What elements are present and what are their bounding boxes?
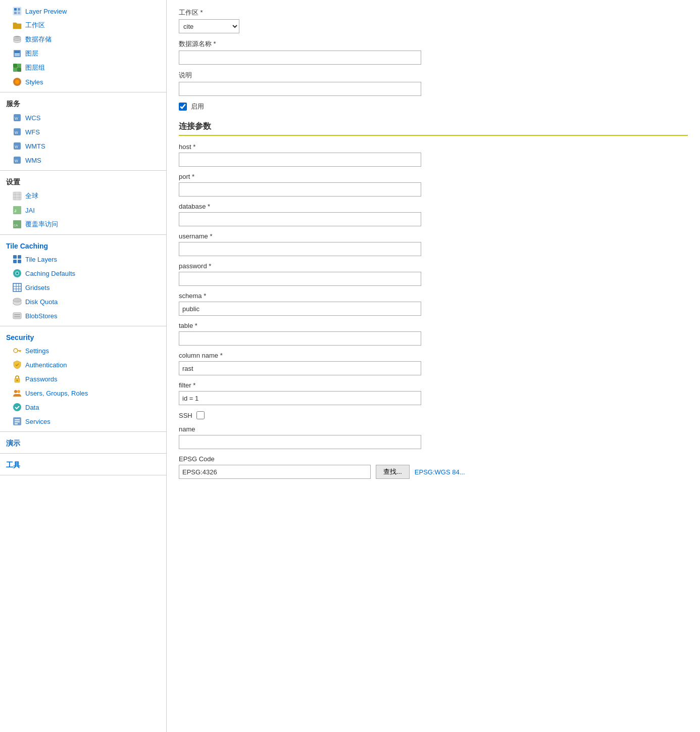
svg-rect-2: [18, 8, 20, 11]
ssh-checkbox[interactable]: [196, 411, 205, 419]
svg-rect-13: [17, 68, 21, 72]
ssh-row: SSH: [179, 411, 688, 419]
sidebar-item-layers[interactable]: 图层: [0, 46, 166, 61]
epsg-link[interactable]: EPSG:WGS 84...: [415, 468, 465, 476]
services-sec-icon: [12, 416, 22, 426]
sidebar-item-label: BlobStores: [25, 312, 58, 320]
svg-rect-60: [15, 419, 20, 420]
sidebar-item-wms[interactable]: W WMS: [0, 153, 166, 167]
epsgcode-input[interactable]: [179, 465, 371, 479]
epsgcode-label: EPSG Code: [179, 455, 688, 463]
svg-point-39: [16, 272, 18, 274]
sidebar-item-layer-preview[interactable]: Layer Preview: [0, 4, 166, 18]
password-input[interactable]: [179, 272, 421, 286]
sidebar-item-label: Styles: [25, 78, 43, 86]
sidebar-item-styles[interactable]: Styles: [0, 75, 166, 89]
sidebar-item-jai[interactable]: J JAI: [0, 203, 166, 217]
sidebar-item-services[interactable]: Services: [0, 414, 166, 428]
sidebar-item-sec-settings[interactable]: Settings: [0, 344, 166, 358]
table-input[interactable]: [179, 331, 421, 346]
host-input[interactable]: [179, 153, 421, 167]
layergroup-icon: [12, 63, 22, 73]
services-section-label: 服务: [0, 95, 166, 111]
username-label: username *: [179, 232, 688, 240]
svg-rect-36: [18, 260, 21, 263]
sidebar-item-label: Services: [25, 418, 51, 425]
sidebar-item-label: 图层: [25, 49, 38, 58]
description-label: 说明: [179, 71, 688, 80]
name-input[interactable]: [179, 435, 421, 449]
host-label: host *: [179, 143, 688, 151]
datasource-input[interactable]: [179, 51, 421, 65]
sidebar-item-authentication[interactable]: Authentication: [0, 358, 166, 372]
name-label: name: [179, 425, 688, 433]
table-label: table *: [179, 322, 688, 329]
svg-text:CA: CA: [14, 224, 18, 227]
svg-rect-48: [14, 314, 20, 315]
jai-icon: J: [12, 205, 22, 215]
description-row: 说明: [179, 71, 688, 96]
filter-input[interactable]: [179, 391, 421, 405]
wfs-icon: W: [12, 127, 22, 137]
sidebar-item-passwords[interactable]: Passwords: [0, 372, 166, 386]
sidebar-item-label: Disk Quota: [25, 298, 58, 306]
filter-label: filter *: [179, 381, 688, 389]
sidebar-item-global[interactable]: 全球: [0, 189, 166, 203]
sidebar-item-label: Users, Groups, Roles: [25, 389, 88, 397]
sidebar-item-label: 图层组: [25, 63, 45, 72]
description-input[interactable]: [179, 82, 421, 96]
sidebar-item-diskquota[interactable]: Disk Quota: [0, 295, 166, 309]
database-label: database *: [179, 203, 688, 210]
svg-rect-9: [15, 51, 20, 53]
disk-icon: [12, 297, 22, 307]
connection-section: host * port * database * username * pass…: [179, 143, 688, 479]
find-button[interactable]: 查找...: [376, 465, 410, 479]
sidebar-item-layergroups[interactable]: 图层组: [0, 61, 166, 75]
workspace-row: 工作区 * cite: [179, 8, 688, 33]
schema-input[interactable]: [179, 302, 421, 316]
name-row: name: [179, 425, 688, 449]
sidebar-item-blobstores[interactable]: BlobStores: [0, 309, 166, 323]
sidebar-item-tilelayers[interactable]: Tile Layers: [0, 252, 166, 266]
svg-rect-34: [18, 255, 21, 259]
coverage-icon: CA: [12, 219, 22, 229]
sidebar-item-wfs[interactable]: W WFS: [0, 125, 166, 139]
port-label: port *: [179, 173, 688, 180]
port-input[interactable]: [179, 182, 421, 197]
blobstores-icon: [12, 311, 22, 321]
svg-rect-61: [15, 421, 20, 422]
wmts-icon: W: [12, 141, 22, 151]
sidebar-item-wcs[interactable]: W WCS: [0, 111, 166, 125]
ssh-label: SSH: [179, 412, 192, 419]
security-section-label: Security: [0, 329, 166, 344]
sidebar-item-label: Layer Preview: [25, 8, 67, 15]
folder-icon: [12, 20, 22, 30]
sidebar-item-users[interactable]: Users, Groups, Roles: [0, 386, 166, 400]
password-label: password *: [179, 262, 688, 270]
sidebar-item-cachingdefaults[interactable]: Caching Defaults: [0, 266, 166, 280]
global-icon: [12, 191, 22, 201]
svg-rect-40: [13, 283, 21, 291]
gridsets-icon: [12, 282, 22, 292]
enabled-checkbox[interactable]: [179, 103, 187, 111]
workspace-select[interactable]: cite: [179, 19, 239, 33]
demo-section-label: 演示: [0, 435, 166, 450]
username-input[interactable]: [179, 242, 421, 256]
tilelayers-icon: [12, 254, 22, 264]
sidebar-item-data[interactable]: Data: [0, 400, 166, 414]
sidebar-item-coverage[interactable]: CA 覆盖率访问: [0, 217, 166, 231]
epsgcode-input-row: 查找... EPSG:WGS 84...: [179, 465, 688, 479]
sidebar-item-datastores[interactable]: 数据存储: [0, 32, 166, 46]
svg-point-6: [14, 38, 21, 41]
sidebar-item-gridsets[interactable]: Gridsets: [0, 280, 166, 295]
svg-rect-3: [14, 12, 17, 14]
columnname-label: column name *: [179, 352, 688, 359]
columnname-input[interactable]: [179, 361, 421, 375]
svg-rect-4: [18, 12, 20, 14]
filter-row: filter *: [179, 381, 688, 405]
sidebar-item-wmts[interactable]: W WMTS: [0, 139, 166, 153]
svg-point-55: [17, 380, 18, 381]
svg-point-56: [14, 390, 17, 393]
sidebar-item-workspaces[interactable]: 工作区: [0, 18, 166, 32]
database-input[interactable]: [179, 212, 421, 226]
